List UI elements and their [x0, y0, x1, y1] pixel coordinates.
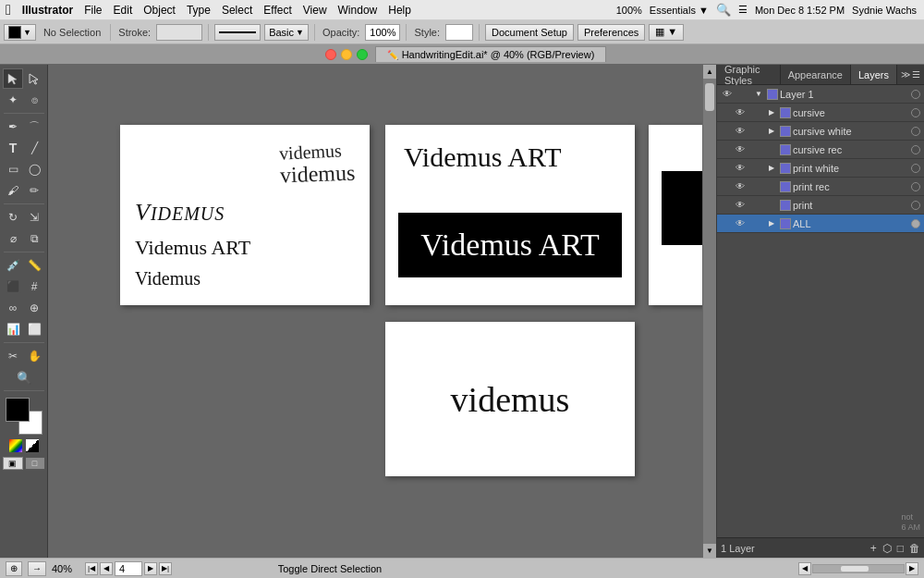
layer-name-cursive[interactable]: cursive — [793, 107, 909, 118]
move-to-layer-icon[interactable]: ⬡ — [882, 542, 892, 555]
status-arrow-button[interactable]: → — [28, 561, 46, 576]
minimize-button[interactable] — [341, 49, 352, 60]
fill-stroke-selector[interactable]: ▼ — [4, 24, 36, 41]
menu-type[interactable]: Type — [181, 4, 216, 17]
tab-graphic-styles[interactable]: Graphic Styles — [717, 65, 781, 84]
opacity-input[interactable]: 100% — [365, 24, 400, 41]
layer-expand-all[interactable]: ▶ — [765, 219, 778, 228]
new-sublayer-icon[interactable]: + — [870, 542, 877, 555]
chart-tool[interactable]: 📊 — [3, 319, 23, 339]
artboard-tool[interactable]: ⬜ — [24, 319, 44, 339]
layer-visibility-layer1[interactable]: 👁 — [719, 89, 736, 99]
layer-row-layer1[interactable]: 👁 ▼ Layer 1 — [717, 85, 924, 104]
app-name[interactable]: Illustrator — [17, 4, 79, 17]
apple-menu[interactable]:  — [0, 2, 17, 18]
rotate-tool[interactable]: ↻ — [3, 207, 23, 228]
menu-effect[interactable]: Effect — [258, 4, 297, 17]
layer-visibility-cursive-white[interactable]: 👁 — [732, 126, 748, 136]
layer-row-cursive-white[interactable]: 👁 ▶ cursive white — [717, 122, 924, 141]
tab-layers[interactable]: Layers — [851, 65, 897, 84]
brush-dropdown[interactable]: Basic▼ — [264, 24, 309, 41]
layer-row-print-rec[interactable]: 👁 print rec — [717, 178, 924, 196]
canvas-area[interactable]: videmus videmus VIDEMUS Videmus ART Vide… — [48, 65, 702, 558]
curvature-tool[interactable]: ⌒ — [24, 117, 44, 137]
menu-help[interactable]: Help — [383, 4, 417, 17]
hscroll-track[interactable] — [812, 564, 905, 573]
menu-select[interactable]: Select — [216, 4, 258, 17]
layer-expand-cursive[interactable]: ▶ — [765, 108, 778, 117]
layer-name-all[interactable]: ALL — [793, 218, 909, 229]
layer-expand-print-white[interactable]: ▶ — [765, 164, 778, 172]
pen-tool[interactable]: ✒ — [3, 117, 23, 137]
layer-visibility-cursive[interactable]: 👁 — [732, 107, 748, 117]
layer-visibility-print-rec[interactable]: 👁 — [732, 181, 748, 191]
mesh-tool[interactable]: # — [24, 277, 44, 297]
menu-edit[interactable]: Edit — [108, 4, 139, 17]
layer-name-cursive-rec[interactable]: cursive rec — [793, 144, 909, 155]
layer-name-print-white[interactable]: print white — [793, 163, 909, 174]
zoom-tool[interactable]: 🔍 — [14, 367, 34, 387]
prev-artboard-button[interactable]: ◀ — [100, 562, 113, 575]
layer-name-print[interactable]: print — [793, 200, 909, 211]
vertical-scrollbar[interactable]: ▲ ▼ — [702, 65, 716, 558]
scroll-down-button[interactable]: ▼ — [703, 544, 717, 558]
menu-view[interactable]: View — [298, 4, 333, 17]
direct-selection-tool[interactable] — [24, 68, 44, 89]
scroll-right-button[interactable]: ▶ — [906, 562, 918, 575]
style-input[interactable] — [445, 24, 473, 41]
panel-menu-icon[interactable]: ☰ — [912, 69, 920, 80]
eyedropper-tool[interactable]: 💉 — [3, 255, 23, 276]
layer-target-all[interactable] — [909, 219, 922, 228]
horizontal-scrollbar[interactable]: ◀ ▶ — [798, 562, 918, 575]
layer-target-print[interactable] — [909, 201, 922, 210]
hscroll-thumb[interactable] — [841, 566, 869, 572]
color-picker-icon[interactable] — [9, 439, 22, 452]
magic-wand-tool[interactable]: ✦ — [3, 90, 23, 110]
layer-expand-layer1[interactable]: ▼ — [752, 90, 765, 98]
layer-name-layer1[interactable]: Layer 1 — [780, 89, 909, 100]
stroke-style-dropdown[interactable] — [214, 24, 261, 41]
ellipse-tool[interactable]: ◯ — [24, 159, 44, 179]
preferences-button[interactable]: Preferences — [578, 24, 645, 41]
blend-tool[interactable]: ∞ — [3, 298, 23, 318]
lasso-tool[interactable]: ⌾ — [24, 90, 44, 110]
menu-object[interactable]: Object — [138, 4, 181, 17]
symbol-tool[interactable]: ⊕ — [24, 298, 44, 318]
artboard-number[interactable]: 4 — [115, 561, 142, 576]
document-setup-button[interactable]: Document Setup — [485, 24, 574, 41]
delete-layer-icon[interactable]: 🗑 — [909, 542, 920, 555]
hand-tool[interactable]: ✋ — [24, 346, 44, 366]
layer-target-print-white[interactable] — [909, 164, 922, 173]
layer-name-print-rec[interactable]: print rec — [793, 181, 909, 192]
layer-target-cursive-rec[interactable] — [909, 145, 922, 154]
layer-visibility-print[interactable]: 👁 — [732, 200, 748, 210]
layer-target-layer1[interactable] — [909, 90, 922, 99]
essentials-dropdown[interactable]: Essentials ▼ — [650, 5, 709, 16]
scroll-up-button[interactable]: ▲ — [703, 65, 717, 79]
layer-target-cursive[interactable] — [909, 108, 922, 117]
slice-tool[interactable]: ✂ — [3, 346, 23, 366]
stroke-mode[interactable]: □ — [25, 457, 45, 470]
type-tool[interactable]: T — [3, 138, 23, 158]
document-tab[interactable]: ✏️ HandwritingEdit.ai* @ 40% (RGB/Previe… — [375, 46, 607, 62]
scroll-track[interactable] — [703, 79, 716, 544]
layer-row-cursive[interactable]: 👁 ▶ cursive — [717, 104, 924, 122]
fill-mode[interactable]: ▣ — [3, 457, 23, 470]
tab-appearance[interactable]: Appearance — [781, 65, 851, 84]
layer-row-print-white[interactable]: 👁 ▶ print white — [717, 159, 924, 178]
paintbrush-tool[interactable]: 🖌 — [3, 180, 23, 201]
first-artboard-button[interactable]: |◀ — [85, 562, 98, 575]
arrange-icons[interactable]: ▦ ▼ — [649, 24, 684, 41]
gradient-tool[interactable]: ⬛ — [3, 277, 23, 297]
layer-visibility-all[interactable]: 👁 — [732, 218, 748, 228]
panel-collapse-icon[interactable]: ≫ — [901, 69, 910, 80]
layer-expand-cursive-white[interactable]: ▶ — [765, 127, 778, 135]
layer-target-cursive-white[interactable] — [909, 127, 922, 136]
menu-file[interactable]: File — [79, 4, 107, 17]
layer-row-print[interactable]: 👁 print — [717, 196, 924, 215]
layer-name-cursive-white[interactable]: cursive white — [793, 126, 909, 137]
create-new-layer-icon[interactable]: □ — [897, 542, 904, 555]
layer-target-print-rec[interactable] — [909, 182, 922, 191]
measure-tool[interactable]: 📏 — [24, 255, 44, 276]
layer-row-all[interactable]: 👁 ▶ ALL — [717, 215, 924, 233]
